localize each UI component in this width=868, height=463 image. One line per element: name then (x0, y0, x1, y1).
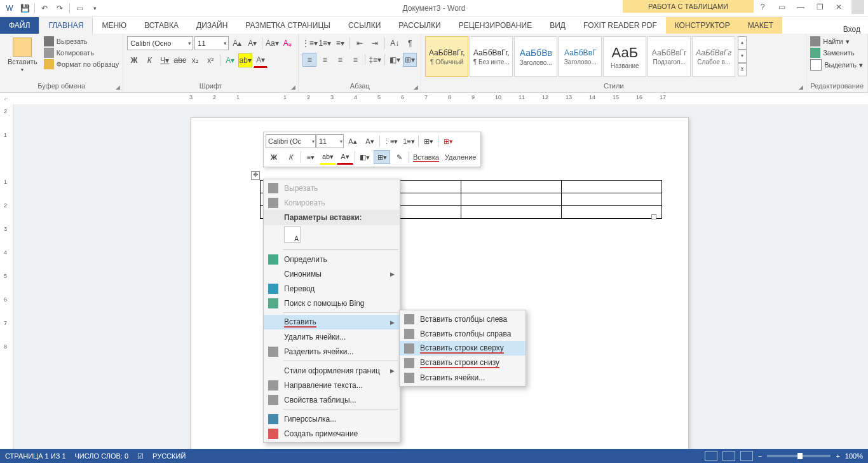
shading-icon[interactable]: ◧▾ (388, 53, 402, 67)
tab-file[interactable]: ФАЙЛ (0, 17, 39, 34)
zoom-level[interactable]: 100% (845, 452, 863, 460)
text-effects-icon[interactable]: A▾ (223, 53, 237, 67)
status-language[interactable]: РУССКИЙ (153, 452, 186, 460)
qat-customize-icon[interactable]: ▾ (88, 1, 102, 15)
tab-mailings[interactable]: РАССЫЛКИ (390, 17, 449, 34)
mini-size-combo[interactable]: 11 (316, 134, 344, 148)
ctx-delete-cells[interactable]: Удалить ячейки... (264, 329, 400, 344)
increase-indent-icon[interactable]: ⇥ (368, 36, 382, 50)
zoom-in-button[interactable]: + (836, 452, 839, 460)
mini-bullets-icon[interactable]: ⋮≡▾ (381, 134, 400, 148)
cut-button[interactable]: Вырезать (44, 36, 119, 46)
mini-delete-label[interactable]: Удаление (442, 153, 479, 161)
tab-menu[interactable]: Меню (93, 17, 135, 34)
sub-cells[interactable]: Вставить ячейки... (400, 370, 526, 385)
ctx-insert[interactable]: Вставить▶ (264, 315, 400, 329)
zoom-slider[interactable] (767, 455, 831, 457)
select-button[interactable]: Выделить ▾ (810, 59, 863, 71)
decrease-indent-icon[interactable]: ⇤ (353, 36, 367, 50)
subscript-button[interactable]: x₂ (188, 53, 202, 67)
paragraph-launcher-icon[interactable]: ◢ (412, 83, 419, 91)
mini-highlight-icon[interactable]: ab▾ (320, 149, 336, 165)
ctx-hyperlink[interactable]: Гиперссылка... (264, 411, 400, 426)
clear-format-icon[interactable]: Aᵩ (280, 36, 294, 50)
justify-button[interactable]: ≡ (348, 53, 362, 67)
ctx-text-direction[interactable]: Направление текста... (264, 378, 400, 392)
ctx-synonyms[interactable]: Синонимы▶ (264, 266, 400, 281)
ctx-bing[interactable]: Поиск с помощью Bing (264, 296, 400, 310)
shrink-font-icon[interactable]: A▾ (245, 36, 259, 50)
sub-cols-right[interactable]: Вставить столбцы справа (400, 326, 526, 341)
bullets-icon[interactable]: ⋮≡▾ (302, 36, 316, 50)
find-button[interactable]: Найти ▾ (810, 36, 863, 46)
line-spacing-icon[interactable]: ‡≡▾ (368, 53, 382, 67)
format-painter-button[interactable]: Формат по образцу (44, 59, 119, 69)
font-size-combo[interactable]: 11 (194, 36, 229, 50)
tab-review[interactable]: РЕЦЕНЗИРОВАНИЕ (450, 17, 541, 34)
tab-insert[interactable]: ВСТАВКА (135, 17, 187, 34)
status-page[interactable]: СТРАНИЦА 1 ИЗ 1 (5, 452, 66, 460)
align-left-button[interactable]: ≡ (302, 53, 316, 67)
mini-font-color-icon[interactable]: A▾ (337, 149, 353, 165)
mini-format-painter-icon[interactable]: ✎ (391, 150, 407, 164)
read-mode-view-icon[interactable] (722, 451, 735, 461)
mini-insert-label[interactable]: Вставка (410, 153, 442, 161)
style-heading1[interactable]: АаБбВвЗаголово... (514, 36, 557, 77)
styles-gallery[interactable]: АаБбВвГг,¶ Обычный АаБбВвГг,¶ Без инте..… (425, 36, 735, 77)
web-layout-view-icon[interactable] (740, 451, 753, 461)
zoom-out-button[interactable]: − (758, 452, 762, 460)
ctx-table-props[interactable]: Свойства таблицы... (264, 392, 400, 407)
mini-delete-table-icon[interactable]: ⊞▾ (440, 134, 456, 148)
bold-button[interactable]: Ж (127, 53, 141, 67)
style-subtitle[interactable]: АаБбВвГгПодзагол... (648, 36, 691, 77)
align-right-button[interactable]: ≡ (333, 53, 347, 67)
borders-icon[interactable]: ⊞▾ (403, 53, 417, 67)
grow-font-icon[interactable]: A▴ (230, 36, 244, 50)
restore-icon[interactable]: ❐ (813, 3, 826, 11)
sub-rows-above[interactable]: Вставить строки сверху (400, 341, 526, 356)
styles-scroll[interactable]: ▴▾⊻ (738, 36, 747, 76)
mini-shading-icon[interactable]: ◧▾ (356, 150, 373, 164)
mini-grow-font-icon[interactable]: A▴ (344, 134, 361, 148)
horizontal-ruler[interactable]: 3 2 1 1 2 3 4 5 6 7 8 9 10 11 12 13 14 1… (13, 93, 868, 105)
vertical-ruler[interactable]: 2 1 1 2 3 4 5 6 7 8 (0, 104, 13, 449)
ctx-border-styles[interactable]: Стили оформления границ▶ (264, 363, 400, 378)
ctx-copy[interactable]: Копировать (264, 195, 400, 210)
ctx-comment[interactable]: Создать примечание (264, 426, 400, 441)
close-icon[interactable]: ✕ (832, 3, 845, 11)
strike-button[interactable]: abc (173, 53, 187, 67)
sub-cols-left[interactable]: Вставить столбцы слева (400, 312, 526, 326)
style-normal[interactable]: АаБбВвГг,¶ Обычный (425, 36, 468, 77)
table-move-handle-icon[interactable]: ✥ (251, 171, 260, 180)
paste-button[interactable]: Вставить ▾ (4, 36, 41, 74)
align-center-button[interactable]: ≡ (318, 53, 332, 67)
style-subtle[interactable]: АаБбВвГгСлабое в... (692, 36, 735, 77)
zoom-thumb[interactable] (797, 453, 803, 459)
mini-italic-button[interactable]: К (283, 150, 299, 164)
status-words[interactable]: ЧИСЛО СЛОВ: 0 (75, 452, 129, 460)
copy-button[interactable]: Копировать (44, 48, 119, 58)
ribbon-options-icon[interactable]: ▭ (775, 3, 788, 11)
redo-icon[interactable]: ↷ (53, 1, 67, 15)
styles-launcher-icon[interactable]: ◢ (797, 83, 804, 91)
font-color-icon[interactable]: A▾ (254, 53, 268, 68)
account-icon[interactable] (851, 0, 864, 14)
change-case-icon[interactable]: Aa▾ (265, 36, 279, 50)
ctx-translate[interactable]: Перевод (264, 281, 400, 296)
sub-rows-below[interactable]: Вставить строки снизу (400, 356, 526, 370)
underline-button[interactable]: Ч▾ (158, 53, 172, 67)
minimize-icon[interactable]: — (794, 3, 807, 11)
font-name-combo[interactable]: Calibri (Осно (127, 36, 193, 50)
style-title[interactable]: АаБНазвание (603, 36, 646, 77)
mini-insert-table-icon[interactable]: ⊞▾ (420, 134, 437, 148)
tab-foxit[interactable]: Foxit Reader PDF (574, 17, 666, 34)
save-icon[interactable]: 💾 (18, 1, 32, 15)
tab-design[interactable]: ДИЗАЙН (187, 17, 236, 34)
mini-bold-button[interactable]: Ж (266, 150, 282, 164)
tab-layout[interactable]: МАКЕТ (739, 17, 782, 34)
tab-view[interactable]: ВИД (541, 17, 574, 34)
ctx-split-cells[interactable]: Разделить ячейки... (264, 344, 400, 359)
tab-page-layout[interactable]: РАЗМЕТКА СТРАНИЦЫ (236, 17, 339, 34)
tab-references[interactable]: ССЫЛКИ (339, 17, 390, 34)
sort-icon[interactable]: A↓ (388, 36, 402, 50)
